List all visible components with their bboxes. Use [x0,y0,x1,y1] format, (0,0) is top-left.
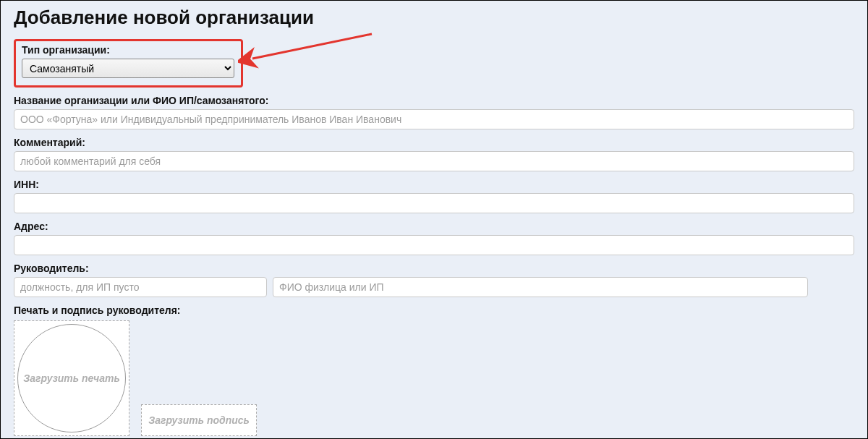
upload-signature-button[interactable]: Загрузить подпись [141,404,257,436]
org-name-label: Название организации или ФИО ИП/самозаня… [14,95,854,106]
head-label: Руководитель: [14,263,854,274]
head-position-input[interactable] [14,277,267,297]
address-input[interactable] [14,235,854,255]
org-type-highlight: Тип организации: Самозанятый [14,39,243,88]
upload-signature-text: Загрузить подпись [148,414,250,426]
comment-input[interactable] [14,151,854,171]
comment-label: Комментарий: [14,137,854,148]
inn-input[interactable] [14,193,854,213]
org-type-select[interactable]: Самозанятый [22,59,234,78]
head-name-input[interactable] [273,277,808,297]
org-name-input[interactable] [14,109,854,129]
upload-stamp-button[interactable]: Загрузить печать [14,320,129,436]
stamp-circle-icon: Загрузить печать [17,324,126,432]
page-title: Добавление новой организации [14,7,854,29]
stamp-section-label: Печать и подпись руководителя: [14,304,854,316]
upload-stamp-text: Загрузить печать [23,372,119,384]
inn-label: ИНН: [14,179,854,190]
org-type-label: Тип организации: [22,44,235,56]
address-label: Адрес: [14,221,854,232]
